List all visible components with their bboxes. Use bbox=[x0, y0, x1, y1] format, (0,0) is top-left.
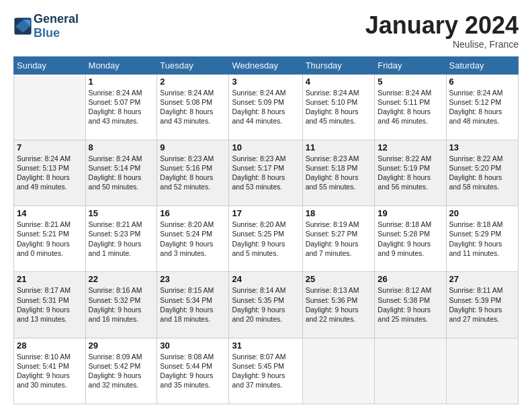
day-of-week-header: Saturday bbox=[446, 56, 518, 74]
day-of-week-header: Friday bbox=[375, 56, 446, 74]
day-info: Sunrise: 8:21 AMSunset: 5:23 PMDaylight:… bbox=[89, 220, 154, 258]
calendar-day-cell: 4Sunrise: 8:24 AMSunset: 5:10 PMDaylight… bbox=[302, 74, 375, 140]
day-info: Sunrise: 8:24 AMSunset: 5:10 PMDaylight:… bbox=[306, 88, 372, 126]
day-info: Sunrise: 8:20 AMSunset: 5:24 PMDaylight:… bbox=[160, 220, 226, 258]
calendar-day-cell: 8Sunrise: 8:24 AMSunset: 5:14 PMDaylight… bbox=[85, 140, 157, 205]
day-number: 18 bbox=[306, 208, 372, 218]
day-number: 20 bbox=[449, 208, 515, 218]
day-number: 8 bbox=[89, 142, 154, 152]
calendar-day-cell: 31Sunrise: 8:07 AMSunset: 5:45 PMDayligh… bbox=[229, 338, 302, 404]
day-info: Sunrise: 8:24 AMSunset: 5:12 PMDaylight:… bbox=[449, 88, 515, 126]
calendar-day-cell: 19Sunrise: 8:18 AMSunset: 5:28 PMDayligh… bbox=[375, 206, 446, 272]
calendar-day-cell: 22Sunrise: 8:16 AMSunset: 5:32 PMDayligh… bbox=[85, 272, 157, 338]
month-title: January 2024 bbox=[365, 12, 519, 39]
calendar-day-cell: 27Sunrise: 8:11 AMSunset: 5:39 PMDayligh… bbox=[446, 272, 518, 338]
day-info: Sunrise: 8:20 AMSunset: 5:25 PMDaylight:… bbox=[232, 220, 299, 258]
day-info: Sunrise: 8:22 AMSunset: 5:20 PMDaylight:… bbox=[449, 154, 515, 192]
day-of-week-header: Wednesday bbox=[229, 56, 302, 74]
day-info: Sunrise: 8:24 AMSunset: 5:13 PMDaylight:… bbox=[17, 154, 83, 192]
calendar-day-cell: 28Sunrise: 8:10 AMSunset: 5:41 PMDayligh… bbox=[14, 338, 86, 404]
day-info: Sunrise: 8:12 AMSunset: 5:38 PMDaylight:… bbox=[378, 285, 443, 324]
day-info: Sunrise: 8:23 AMSunset: 5:16 PMDaylight:… bbox=[160, 154, 226, 192]
day-info: Sunrise: 8:18 AMSunset: 5:29 PMDaylight:… bbox=[449, 220, 515, 258]
title-area: January 2024 Neulise, France bbox=[365, 12, 519, 50]
day-number: 3 bbox=[232, 77, 299, 87]
day-info: Sunrise: 8:19 AMSunset: 5:27 PMDaylight:… bbox=[306, 220, 372, 258]
day-info: Sunrise: 8:24 AMSunset: 5:07 PMDaylight:… bbox=[89, 88, 154, 126]
day-number: 31 bbox=[232, 340, 299, 351]
day-number: 1 bbox=[89, 77, 154, 87]
day-number: 10 bbox=[232, 142, 299, 152]
calendar-day-cell: 30Sunrise: 8:08 AMSunset: 5:44 PMDayligh… bbox=[157, 338, 229, 404]
logo: General Blue bbox=[13, 12, 79, 40]
day-number: 4 bbox=[306, 77, 372, 87]
day-number: 11 bbox=[306, 142, 372, 152]
calendar-day-cell: 9Sunrise: 8:23 AMSunset: 5:16 PMDaylight… bbox=[157, 140, 229, 205]
calendar-day-cell: 11Sunrise: 8:23 AMSunset: 5:18 PMDayligh… bbox=[302, 140, 375, 205]
day-number: 16 bbox=[160, 208, 226, 218]
calendar-day-cell: 20Sunrise: 8:18 AMSunset: 5:29 PMDayligh… bbox=[446, 206, 518, 272]
calendar-header-row: SundayMondayTuesdayWednesdayThursdayFrid… bbox=[14, 56, 519, 74]
day-of-week-header: Tuesday bbox=[157, 56, 229, 74]
day-number: 29 bbox=[89, 340, 154, 351]
page: General Blue January 2024 Neulise, Franc… bbox=[0, 0, 532, 411]
day-number: 7 bbox=[17, 142, 83, 152]
day-number: 21 bbox=[17, 274, 83, 284]
day-number: 19 bbox=[378, 208, 443, 218]
calendar-day-cell: 17Sunrise: 8:20 AMSunset: 5:25 PMDayligh… bbox=[229, 206, 302, 272]
day-of-week-header: Monday bbox=[85, 56, 157, 74]
calendar-day-cell bbox=[446, 338, 518, 404]
day-number: 24 bbox=[232, 274, 299, 284]
calendar-day-cell: 24Sunrise: 8:14 AMSunset: 5:35 PMDayligh… bbox=[229, 272, 302, 338]
day-number: 13 bbox=[449, 142, 515, 152]
calendar-day-cell: 25Sunrise: 8:13 AMSunset: 5:36 PMDayligh… bbox=[302, 272, 375, 338]
day-info: Sunrise: 8:23 AMSunset: 5:18 PMDaylight:… bbox=[306, 154, 372, 192]
day-number: 28 bbox=[17, 340, 83, 351]
calendar-day-cell bbox=[14, 74, 86, 140]
day-info: Sunrise: 8:21 AMSunset: 5:21 PMDaylight:… bbox=[17, 220, 83, 258]
day-of-week-header: Thursday bbox=[302, 56, 375, 74]
calendar-week-row: 7Sunrise: 8:24 AMSunset: 5:13 PMDaylight… bbox=[14, 140, 519, 205]
calendar-day-cell: 23Sunrise: 8:15 AMSunset: 5:34 PMDayligh… bbox=[157, 272, 229, 338]
header: General Blue January 2024 Neulise, Franc… bbox=[13, 12, 519, 50]
calendar-table: SundayMondayTuesdayWednesdayThursdayFrid… bbox=[13, 56, 519, 404]
calendar-day-cell: 1Sunrise: 8:24 AMSunset: 5:07 PMDaylight… bbox=[85, 74, 157, 140]
day-info: Sunrise: 8:09 AMSunset: 5:42 PMDaylight:… bbox=[89, 352, 154, 390]
day-info: Sunrise: 8:14 AMSunset: 5:35 PMDaylight:… bbox=[232, 285, 299, 324]
calendar-week-row: 21Sunrise: 8:17 AMSunset: 5:31 PMDayligh… bbox=[14, 272, 519, 338]
day-info: Sunrise: 8:18 AMSunset: 5:28 PMDaylight:… bbox=[378, 220, 443, 258]
day-info: Sunrise: 8:16 AMSunset: 5:32 PMDaylight:… bbox=[89, 285, 154, 324]
day-number: 6 bbox=[449, 77, 515, 87]
day-info: Sunrise: 8:17 AMSunset: 5:31 PMDaylight:… bbox=[17, 285, 83, 324]
day-number: 15 bbox=[89, 208, 154, 218]
day-number: 26 bbox=[378, 274, 443, 284]
calendar-week-row: 28Sunrise: 8:10 AMSunset: 5:41 PMDayligh… bbox=[14, 338, 519, 404]
day-info: Sunrise: 8:13 AMSunset: 5:36 PMDaylight:… bbox=[306, 285, 372, 324]
calendar-week-row: 1Sunrise: 8:24 AMSunset: 5:07 PMDaylight… bbox=[14, 74, 519, 140]
day-info: Sunrise: 8:10 AMSunset: 5:41 PMDaylight:… bbox=[17, 352, 83, 390]
calendar-day-cell: 14Sunrise: 8:21 AMSunset: 5:21 PMDayligh… bbox=[14, 206, 86, 272]
day-number: 2 bbox=[160, 77, 226, 87]
calendar-day-cell: 18Sunrise: 8:19 AMSunset: 5:27 PMDayligh… bbox=[302, 206, 375, 272]
day-info: Sunrise: 8:24 AMSunset: 5:08 PMDaylight:… bbox=[160, 88, 226, 126]
calendar-day-cell bbox=[302, 338, 375, 404]
calendar-day-cell: 21Sunrise: 8:17 AMSunset: 5:31 PMDayligh… bbox=[14, 272, 86, 338]
day-info: Sunrise: 8:15 AMSunset: 5:34 PMDaylight:… bbox=[160, 285, 226, 324]
calendar-day-cell: 6Sunrise: 8:24 AMSunset: 5:12 PMDaylight… bbox=[446, 74, 518, 140]
day-number: 17 bbox=[232, 208, 299, 218]
day-number: 9 bbox=[160, 142, 226, 152]
calendar-day-cell: 7Sunrise: 8:24 AMSunset: 5:13 PMDaylight… bbox=[14, 140, 86, 205]
day-number: 25 bbox=[306, 274, 372, 284]
day-info: Sunrise: 8:11 AMSunset: 5:39 PMDaylight:… bbox=[449, 285, 515, 324]
calendar-day-cell: 29Sunrise: 8:09 AMSunset: 5:42 PMDayligh… bbox=[85, 338, 157, 404]
day-info: Sunrise: 8:08 AMSunset: 5:44 PMDaylight:… bbox=[160, 352, 226, 390]
calendar-day-cell: 15Sunrise: 8:21 AMSunset: 5:23 PMDayligh… bbox=[85, 206, 157, 272]
calendar-day-cell: 10Sunrise: 8:23 AMSunset: 5:17 PMDayligh… bbox=[229, 140, 302, 205]
calendar-day-cell: 12Sunrise: 8:22 AMSunset: 5:19 PMDayligh… bbox=[375, 140, 446, 205]
day-number: 23 bbox=[160, 274, 226, 284]
logo-icon bbox=[13, 17, 32, 36]
day-info: Sunrise: 8:07 AMSunset: 5:45 PMDaylight:… bbox=[232, 352, 299, 390]
logo-text: General Blue bbox=[34, 12, 79, 40]
calendar-day-cell: 2Sunrise: 8:24 AMSunset: 5:08 PMDaylight… bbox=[157, 74, 229, 140]
day-info: Sunrise: 8:24 AMSunset: 5:14 PMDaylight:… bbox=[89, 154, 154, 192]
